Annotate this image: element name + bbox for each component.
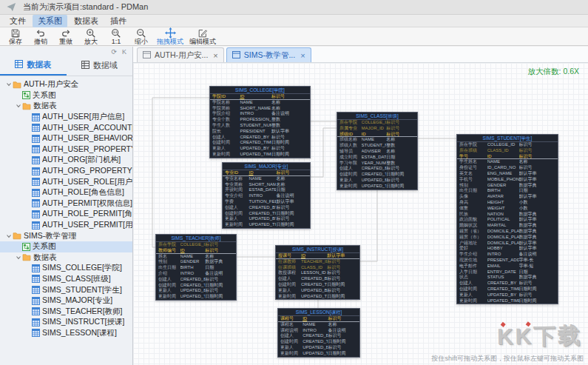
entity-field: 创建时间CREATED_TIME日期时间 <box>278 339 359 345</box>
entity-field: 手机号MOBILE_PHONE默认字串 <box>457 177 558 183</box>
toolbar-drag-button[interactable]: 拖拽模式 <box>155 28 185 45</box>
tree-item[interactable]: AUTH_USER[用户信息] <box>0 112 132 123</box>
toolbar-edit-button[interactable]: 编辑模式 <box>188 28 217 45</box>
tree-item[interactable]: AUTH_USER_BEHAVIOR[用户行 <box>0 133 132 144</box>
zoom-out-icon <box>136 28 146 38</box>
toolbar-undo-button[interactable]: 撤销 <box>30 28 52 45</box>
tree-item[interactable]: SIMS_CLASS[班级] <box>0 274 132 285</box>
menu-item-数据表[interactable]: 数据表 <box>69 15 104 27</box>
sidebar-tools: ⟳K <box>111 48 126 56</box>
entity-field: 创建人CREATED_BY标识号 <box>156 277 236 283</box>
save-icon <box>10 28 21 38</box>
tree-item[interactable]: SIMS_STUDENT[学生] <box>0 284 132 295</box>
entity-field: 更新时间UPDATED_TIME日期时间 <box>276 294 359 300</box>
tree-item[interactable]: AUTH_USER_ACCOUNT[用户账 <box>0 122 132 133</box>
tree-item[interactable]: 数据表 <box>0 252 132 264</box>
tree-item[interactable]: AUTH-用户安全 <box>0 79 132 90</box>
entity-sims-teacher[interactable]: SIMS_TEACHER[教师] 所在学院COLLEGE_ID标识号 教师编号I… <box>155 234 237 301</box>
entity-title: SIMS_MAJOR[专业] <box>223 163 310 170</box>
entity-field: 学生人数STUDENT_NUMBER整数 <box>210 123 310 129</box>
tree-item[interactable]: AUTH_USER_PROPERTY[用户 <box>0 144 132 155</box>
entity-field: 所在学院COLLEGE_ID标识号 <box>337 120 417 126</box>
entity-field: 课程号ID标识号 <box>278 316 359 322</box>
entity-field: 状态STATUS数据字典 <box>457 275 558 281</box>
toolbar-save-button[interactable]: 保存 <box>4 28 27 45</box>
entity-field: 学院IDID标识号 <box>210 94 310 100</box>
entity-field: 学院名称NAME名称 <box>210 100 310 106</box>
entity-sims-instruct[interactable]: SIMS_INSTRUCT[授课] 授课号ID默认字串 任课教师TEACHER_… <box>275 245 360 300</box>
toolbar-redo-button[interactable]: 重做 <box>55 28 77 45</box>
diagram-tab[interactable]: AUTH-用户安... × <box>137 47 224 62</box>
menu-item-关系图[interactable]: 关系图 <box>33 15 67 27</box>
toolbar-zoom-in-button[interactable]: 放大 <box>80 28 102 45</box>
diagram-tab[interactable]: SIMS-教学管... × <box>226 47 311 62</box>
tree-item[interactable]: AUTH_USER_PERMIT[用户直接 <box>0 220 132 231</box>
table-icon <box>32 156 40 164</box>
diagram-canvas[interactable]: SIMS_COLLEGE[学院] 学院IDID标识号 学院名称NAME名称 学院… <box>133 63 588 365</box>
table-icon <box>32 210 40 218</box>
entity-field: 创建人CREATED_BY标识号 <box>457 281 558 287</box>
entity-sims-student[interactable]: SIMS_STUDENT[学生] 所在学院COLLEGE_ID标识号 所在班级C… <box>456 134 558 304</box>
diagram-tab-icon <box>143 51 151 60</box>
tree-item[interactable]: 关系图 <box>0 241 132 252</box>
tree-item[interactable]: SIMS_INSTRUCT[授课] <box>0 317 132 328</box>
entity-field: 户籍地址DOMICILE_PLACE_ADDRESS默认字串 <box>457 241 558 247</box>
close-icon[interactable]: × <box>300 51 305 60</box>
refresh-icon[interactable]: ⟳ <box>111 48 117 56</box>
chevron-down-icon <box>14 255 22 261</box>
entity-field: 创建人CREATED_BY标识号 <box>276 276 359 282</box>
tree-item[interactable]: SIMS_LESSON[课程] <box>0 328 132 339</box>
tree-item[interactable]: SIMS_TEACHER[教师] <box>0 306 132 317</box>
entity-field: 更新人UPDATED_BY标识号 <box>278 345 359 351</box>
menu-item-文件[interactable]: 文件 <box>4 15 31 27</box>
sidebar-tab-数据域[interactable]: 数据域 <box>67 56 133 76</box>
tree-item[interactable]: AUTH_ORG[部门机构] <box>0 155 132 166</box>
entity-field: 创建人CREATED_BY标识号 <box>278 333 359 339</box>
tree-item[interactable]: AUTH_ROLE_PERMIT[角色权限 <box>0 209 132 220</box>
sidebar-tab-数据表[interactable]: 数据表 <box>0 56 67 76</box>
close-icon[interactable]: × <box>213 51 217 60</box>
tree-item[interactable]: AUTH_ORG_PROPERTY[机构属 <box>0 166 132 177</box>
shortcut-k-icon[interactable]: K <box>122 48 126 56</box>
tree-item[interactable]: SIMS_MAJOR[专业] <box>0 295 132 307</box>
entity-title: SIMS_STUDENT[学生] <box>457 135 558 142</box>
toolbar-zoom-reset-button[interactable]: 1:1 <box>105 28 127 45</box>
tree-item[interactable]: AUTH_USER_ROLE[用户角色] <box>0 176 132 187</box>
entity-sims-lesson[interactable]: SIMS_LESSON[课程] 课程号ID标识号 课程名NAME名称 课程说明I… <box>277 308 360 358</box>
entity-field: 学号ID标识号 <box>457 154 558 160</box>
entity-field: 籍贯（市）DOMICILE_PLACE_CITY数据字典 <box>457 235 558 241</box>
tree-item[interactable]: SIMS-教学管理 <box>0 230 132 241</box>
table-icon <box>32 275 40 283</box>
entity-field: 更新时间UPDATED_TIME日期时间 <box>210 152 310 158</box>
entity-field: 学院介绍INTRO备注说明 <box>210 111 310 117</box>
diagram-pane: AUTH-用户安... × SIMS-教学管... × SIMS_COLLEGE… <box>133 47 588 365</box>
tree-item[interactable]: 数据表 <box>0 101 132 112</box>
menu-item-插件[interactable]: 插件 <box>105 15 132 27</box>
tree-item[interactable]: AUTH_ROLE[角色信息] <box>0 187 132 198</box>
entity-field: 民族NATION数据字典 <box>457 212 558 218</box>
tree-item[interactable]: SIMS_COLLEGE[学院] <box>0 263 132 274</box>
tree-item[interactable]: AUTH_PERMIT[权限信息] <box>0 198 132 210</box>
entity-field: 成立时间ESTAB_DATE日期 <box>337 155 417 161</box>
entity-field: 更新人UPDATED_BY标识号 <box>276 288 359 294</box>
entity-field: 教师编号ID标识号 <box>156 248 236 254</box>
diagram-icon <box>22 91 30 99</box>
entity-field: 创建时间CREATED_TIME日期时间 <box>337 172 417 178</box>
menu-bar: 文件关系图数据表插件 <box>0 15 588 27</box>
window-title: 当前为演示项目:standard - PDMan <box>23 1 148 13</box>
entity-sims-class[interactable]: SIMS_CLASS[班级] 所在学院COLLEGE_ID标识号 所属专业MAJ… <box>337 112 418 190</box>
table-icon <box>32 297 40 305</box>
entity-sims-major[interactable]: SIMS_MAJOR[专业] 专业IDID标识号 专业名称NAME名称 专业简称… <box>222 162 311 229</box>
chevron-down-icon <box>4 81 13 87</box>
entity-title: SIMS_LESSON[课程] <box>278 309 359 316</box>
entity-title: SIMS_COLLEGE[学院] <box>210 87 310 94</box>
entity-field: 任课教师TEACHER_ID标识号 <box>276 259 359 265</box>
main-content: ⟳K 数据表 数据域 AUTH-用户安全 关系图 数据表 AUTH_USER[用… <box>0 47 588 365</box>
entity-sims-college[interactable]: SIMS_COLLEGE[学院] 学院IDID标识号 学院名称NAME名称 学院… <box>209 86 311 158</box>
table-icon <box>32 221 40 230</box>
entity-field: 课程说明INTRO备注说明 <box>278 328 359 334</box>
tree-item[interactable]: 关系图 <box>0 90 132 101</box>
toolbar-zoom-out-button[interactable]: 缩小 <box>130 28 152 45</box>
table-icon <box>32 286 40 294</box>
entity-field: 更新人UPDATED_BY标识号 <box>337 178 417 184</box>
